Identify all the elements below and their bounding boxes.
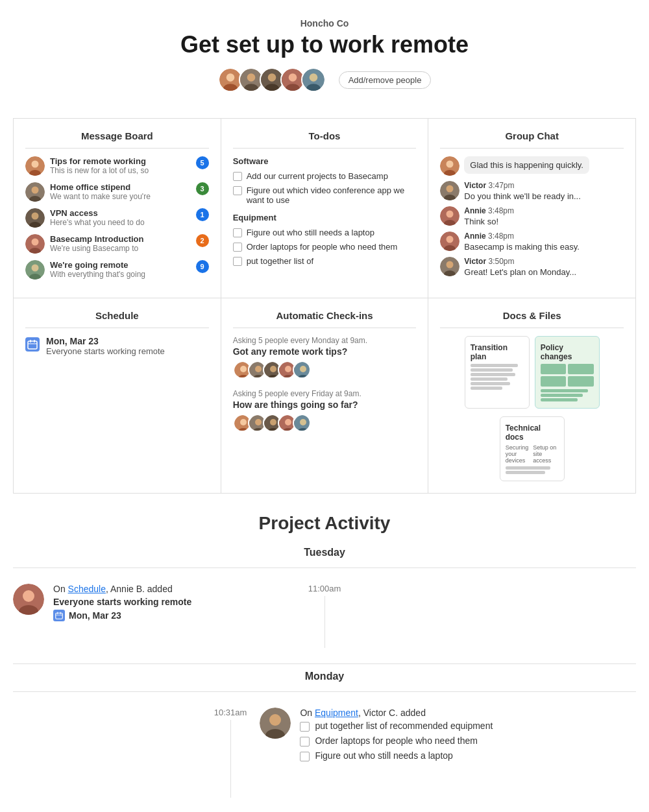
checkins-panel: Automatic Check-ins Asking 5 people ever… (221, 298, 429, 494)
avatar (440, 156, 459, 176)
list-item[interactable]: Order laptops for people who need them (233, 242, 417, 252)
avatar (25, 234, 45, 254)
activity-link[interactable]: Schedule (68, 584, 106, 594)
svg-point-77 (300, 419, 306, 425)
svg-point-43 (447, 261, 454, 269)
doc-card[interactable]: Technical docs Securingyourdevices Setup… (500, 416, 565, 481)
list-item[interactable]: Add our current projects to Basecamp (233, 171, 417, 181)
chat-name: Annie (464, 206, 485, 215)
list-item[interactable]: Figure out which video conference app we… (233, 185, 417, 205)
chat-message: Basecamp is making this easy. (464, 242, 580, 252)
add-remove-people-button[interactable]: Add/remove people (339, 71, 432, 89)
list-item[interactable]: put together list of (233, 256, 417, 266)
chat-time: 3:48pm (488, 206, 514, 215)
message-badge: 9 (196, 260, 209, 273)
chat-message: Great! Let's plan on Monday... (464, 267, 576, 277)
svg-point-13 (309, 73, 317, 82)
message-title: Home office stipend (50, 182, 191, 192)
list-item[interactable]: Tips for remote working This is new for … (25, 156, 209, 176)
message-board-title: Message Board (25, 130, 209, 149)
svg-point-37 (447, 211, 454, 218)
svg-point-7 (267, 73, 276, 82)
doc-preview (541, 364, 594, 387)
chat-item: Victor 3:50pm Great! Let's plan on Monda… (440, 257, 624, 277)
todo-checkbox[interactable] (233, 186, 242, 195)
panels-grid-row2: Schedule Mon, Mar 23 Everyone starts wor… (13, 298, 636, 494)
avatar (25, 156, 45, 176)
message-preview: We're using Basecamp to (50, 244, 191, 253)
chat-content: Victor 3:47pm Do you think we'll be read… (464, 181, 581, 201)
checkin-item: Asking 5 people every Monday at 9am. Got… (233, 336, 417, 379)
checkins-title: Automatic Check-ins (233, 310, 417, 328)
activity-day-label: Tuesday (13, 547, 636, 558)
doc-card[interactable]: Transition plan (465, 336, 530, 409)
list-item[interactable]: VPN access Here's what you need to do 1 (25, 208, 209, 228)
todo-text: Figure out who still needs a laptop (247, 228, 374, 237)
avatar (440, 232, 459, 251)
todo-checkbox[interactable] (233, 228, 242, 237)
docs-grid: Transition plan Policy changes (440, 336, 624, 481)
svg-point-25 (32, 239, 39, 246)
doc-preview: Securingyourdevices Setup onsiteaccess (506, 444, 559, 464)
schedule-date: Mon, Mar 23 (46, 336, 165, 346)
panels-grid-row1: Message Board Tips for remote working Th… (13, 118, 636, 298)
chat-time: 3:47pm (488, 181, 514, 190)
doc-title: Technical docs (506, 424, 559, 442)
todo-checkbox[interactable] (300, 737, 310, 746)
event-date-label: Mon, Mar 23 (69, 610, 121, 621)
company-name: Honcho Co (13, 18, 636, 29)
message-title: Tips for remote working (50, 156, 191, 166)
chat-message: Think so! (464, 217, 514, 226)
todo-checkbox[interactable] (233, 243, 242, 252)
team-avatars (218, 67, 326, 92)
activity-link[interactable]: Equipment (315, 708, 358, 718)
message-badge: 5 (196, 156, 209, 169)
todo-text: Add our current projects to Basecamp (247, 171, 388, 181)
doc-card[interactable]: Policy changes (535, 336, 600, 409)
chat-name: Victor (464, 257, 486, 266)
activity-suffix: , Annie B. added (106, 584, 173, 594)
doc-preview (471, 364, 524, 390)
doc-title: Policy changes (541, 343, 594, 361)
avatar (25, 208, 45, 228)
activity-suffix: , Victor C. added (358, 708, 426, 718)
activity-prefix: On (300, 708, 315, 718)
schedule-title: Schedule (25, 310, 209, 328)
list-item[interactable]: We're going remote With everything that'… (25, 260, 209, 280)
schedule-event-info: Mon, Mar 23 Everyone starts working remo… (46, 336, 165, 356)
chat-item: Victor 3:47pm Do you think we'll be read… (440, 181, 624, 201)
avatar (260, 708, 291, 739)
activity-time: 10:31am (214, 708, 247, 717)
list-item[interactable]: Basecamp Introduction We're using Baseca… (25, 234, 209, 254)
svg-point-19 (32, 187, 39, 194)
chat-item: Annie 3:48pm Think so! (440, 206, 624, 226)
message-badge: 3 (196, 182, 209, 195)
todo-checkbox[interactable] (300, 722, 310, 732)
list-item[interactable]: Home office stipend We want to make sure… (25, 182, 209, 202)
chat-message: Do you think we'll be ready in... (464, 191, 581, 201)
svg-point-65 (240, 419, 247, 425)
chat-message: Glad this is happening quickly. (464, 156, 589, 174)
svg-point-16 (32, 161, 39, 168)
todo-checkbox[interactable] (233, 257, 242, 266)
todo-checkbox[interactable] (300, 752, 310, 761)
svg-point-22 (32, 213, 39, 220)
message-preview: Here's what you need to do (50, 218, 191, 227)
schedule-event[interactable]: Mon, Mar 23 Everyone starts working remo… (25, 336, 209, 356)
checkin-question: Got any remote work tips? (233, 346, 417, 357)
svg-point-53 (255, 366, 262, 372)
checkin-frequency: Asking 5 people every Friday at 9am. (233, 389, 417, 398)
docs-panel: Docs & Files Transition plan Policy chan… (428, 298, 636, 494)
schedule-description: Everyone starts working remote (46, 346, 165, 356)
list-item[interactable]: Figure out who still needs a laptop (233, 228, 417, 237)
todo-checkbox[interactable] (233, 172, 242, 181)
message-content: Tips for remote working This is new for … (50, 156, 191, 175)
message-content: VPN access Here's what you need to do (50, 208, 191, 227)
activity-entry: 10:31am On Equipment, Victor C. added pu… (13, 699, 636, 807)
avatar (25, 260, 45, 280)
avatar (25, 182, 45, 202)
svg-rect-45 (28, 341, 37, 349)
activity-section-title: Project Activity (13, 513, 636, 534)
message-content: We're going remote With everything that'… (50, 260, 191, 279)
todo-text: put together list of recommended equipme… (315, 721, 493, 731)
